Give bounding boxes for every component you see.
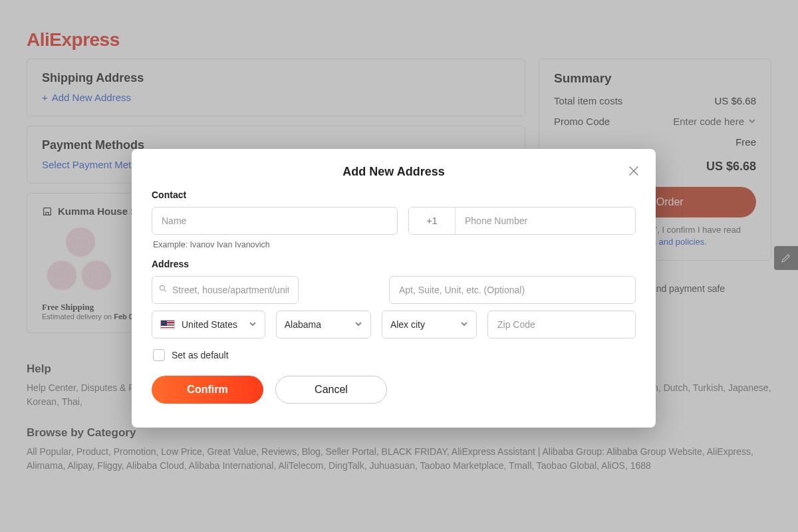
name-hint: Example: Ivanov Ivan Ivanovich (153, 240, 636, 249)
svg-line-3 (164, 290, 166, 292)
zip-input[interactable] (487, 311, 636, 338)
svg-point-2 (160, 285, 164, 290)
street-input-wrap (152, 276, 378, 304)
phone-input-group (408, 207, 636, 235)
chevron-down-icon (354, 319, 362, 330)
modal-title: Add New Address (152, 165, 636, 179)
state-value: Alabama (285, 319, 321, 330)
close-button[interactable] (626, 164, 641, 181)
page-root: AliExpress Shipping Address + Add New Ad… (0, 0, 798, 532)
set-default-row[interactable]: Set as default (153, 349, 636, 361)
confirm-button[interactable]: Confirm (152, 376, 263, 404)
country-select[interactable]: United States (152, 311, 265, 338)
us-flag-icon (160, 320, 175, 329)
search-icon (158, 284, 168, 296)
chevron-down-icon (460, 319, 468, 330)
cancel-button[interactable]: Cancel (275, 376, 387, 404)
phone-number-input[interactable] (456, 207, 635, 234)
state-select[interactable]: Alabama (276, 311, 371, 338)
city-select[interactable]: Alex city (382, 311, 477, 338)
street-input[interactable] (152, 276, 299, 304)
country-value: United States (182, 319, 237, 330)
set-default-checkbox[interactable] (153, 349, 165, 361)
city-value: Alex city (390, 319, 425, 330)
set-default-label: Set as default (172, 350, 229, 360)
address-section-label: Address (152, 259, 636, 269)
contact-section-label: Contact (152, 190, 636, 200)
phone-code-input[interactable] (409, 207, 456, 234)
name-input[interactable] (152, 207, 398, 235)
add-address-modal: Add New Address Contact Example: Ivanov … (132, 149, 656, 428)
chevron-down-icon (249, 319, 257, 330)
apt-input[interactable] (389, 276, 636, 304)
